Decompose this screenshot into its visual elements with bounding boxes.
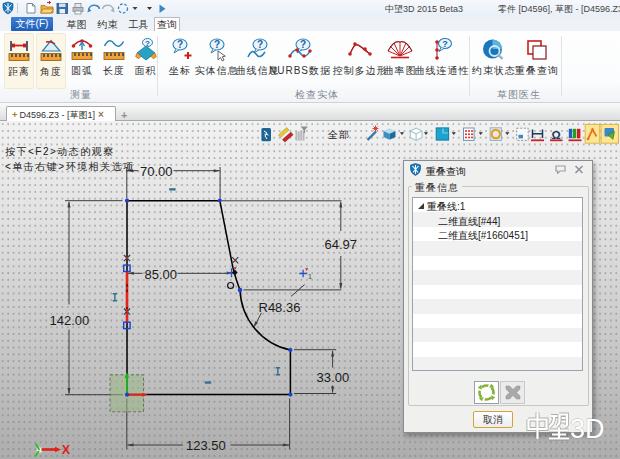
svg-text:X: X — [62, 443, 71, 457]
svg-text:142.00: 142.00 — [50, 313, 90, 328]
svg-text:全部: 全部 — [327, 129, 350, 140]
svg-text:1: 1 — [308, 272, 313, 281]
svg-text:?: ? — [145, 39, 150, 48]
svg-text:3D: 3D — [570, 414, 605, 442]
svg-text:?: ? — [300, 39, 306, 50]
svg-text:?: ? — [442, 39, 448, 49]
svg-text:?: ? — [213, 39, 219, 50]
svg-text:85.00: 85.00 — [145, 267, 178, 282]
svg-text:R48.36: R48.36 — [259, 300, 301, 315]
svg-text:123.50: 123.50 — [186, 438, 226, 453]
svg-text:Ω: Ω — [552, 129, 561, 141]
svg-text:?: ? — [177, 39, 183, 50]
svg-text:70.00: 70.00 — [140, 164, 173, 179]
svg-text:33.00: 33.00 — [317, 370, 350, 385]
svg-text:?: ? — [256, 39, 262, 50]
svg-text:64.97: 64.97 — [325, 237, 358, 252]
